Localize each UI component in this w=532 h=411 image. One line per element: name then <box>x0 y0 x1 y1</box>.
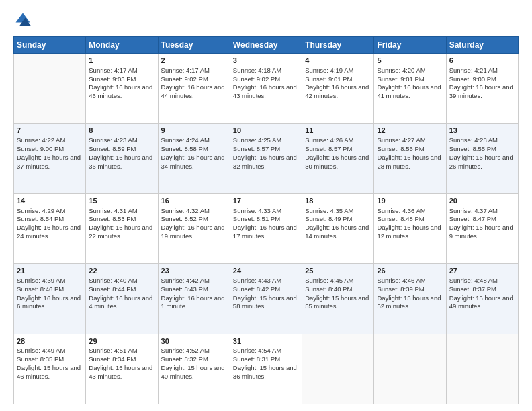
calendar-cell <box>14 54 86 124</box>
calendar-cell: 27Sunrise: 4:48 AMSunset: 8:37 PMDayligh… <box>446 264 518 334</box>
day-number: 31 <box>233 336 299 347</box>
daylight-text: Daylight: 16 hours and 43 minutes. <box>233 83 297 99</box>
sunset-text: Sunset: 8:55 PM <box>449 145 496 152</box>
calendar-cell: 22Sunrise: 4:40 AMSunset: 8:44 PMDayligh… <box>86 264 158 334</box>
calendar-cell: 23Sunrise: 4:42 AMSunset: 8:43 PMDayligh… <box>158 264 230 334</box>
daylight-text: Daylight: 16 hours and 1 minute. <box>161 294 225 310</box>
sunset-text: Sunset: 8:43 PM <box>161 285 208 293</box>
sunset-text: Sunset: 8:53 PM <box>89 215 136 222</box>
sunrise-text: Sunrise: 4:35 AM <box>305 207 353 214</box>
day-number: 13 <box>449 126 515 136</box>
day-number: 17 <box>233 196 299 206</box>
daylight-text: Daylight: 15 hours and 55 minutes. <box>305 294 369 310</box>
sunset-text: Sunset: 8:46 PM <box>17 285 64 293</box>
sunrise-text: Sunrise: 4:25 AM <box>233 136 281 144</box>
logo <box>13 11 35 30</box>
sunrise-text: Sunrise: 4:22 AM <box>17 136 65 144</box>
sunrise-text: Sunrise: 4:45 AM <box>305 277 353 284</box>
page: SundayMondayTuesdayWednesdayThursdayFrid… <box>0 0 532 411</box>
sunrise-text: Sunrise: 4:32 AM <box>161 207 210 214</box>
sunset-text: Sunset: 8:42 PM <box>233 285 280 293</box>
daylight-text: Daylight: 16 hours and 26 minutes. <box>449 154 513 170</box>
calendar-cell <box>374 334 446 404</box>
day-number: 28 <box>17 336 83 347</box>
day-of-week-header: Monday <box>86 37 158 54</box>
day-number: 29 <box>89 336 154 347</box>
day-number: 2 <box>161 56 227 66</box>
day-of-week-header: Tuesday <box>158 37 230 54</box>
calendar-table: SundayMondayTuesdayWednesdayThursdayFrid… <box>13 36 519 404</box>
day-number: 26 <box>377 266 443 276</box>
calendar-week-row: 7Sunrise: 4:22 AMSunset: 9:00 PMDaylight… <box>14 124 519 193</box>
calendar-cell: 2Sunrise: 4:17 AMSunset: 9:02 PMDaylight… <box>158 54 230 124</box>
calendar-cell: 18Sunrise: 4:35 AMSunset: 8:49 PMDayligh… <box>302 193 374 263</box>
sunset-text: Sunset: 8:40 PM <box>305 285 352 293</box>
day-number: 20 <box>449 196 515 206</box>
calendar-week-row: 28Sunrise: 4:49 AMSunset: 8:35 PMDayligh… <box>14 334 519 404</box>
day-number: 16 <box>161 196 227 206</box>
daylight-text: Daylight: 16 hours and 6 minutes. <box>17 294 81 310</box>
day-number: 22 <box>89 266 154 276</box>
sunset-text: Sunset: 8:44 PM <box>89 285 136 293</box>
calendar-cell: 8Sunrise: 4:23 AMSunset: 8:59 PMDaylight… <box>86 124 158 193</box>
daylight-text: Daylight: 16 hours and 17 minutes. <box>233 224 297 240</box>
daylight-text: Daylight: 15 hours and 49 minutes. <box>449 294 513 310</box>
calendar-cell: 30Sunrise: 4:52 AMSunset: 8:32 PMDayligh… <box>158 334 230 404</box>
sunrise-text: Sunrise: 4:17 AM <box>89 66 137 74</box>
sunrise-text: Sunrise: 4:19 AM <box>305 66 353 74</box>
calendar-cell: 25Sunrise: 4:45 AMSunset: 8:40 PMDayligh… <box>302 264 374 334</box>
daylight-text: Daylight: 16 hours and 36 minutes. <box>89 154 152 170</box>
sunrise-text: Sunrise: 4:40 AM <box>89 277 137 284</box>
daylight-text: Daylight: 16 hours and 37 minutes. <box>17 154 81 170</box>
day-number: 25 <box>305 266 371 276</box>
day-number: 11 <box>305 126 371 136</box>
day-of-week-header: Sunday <box>14 37 86 54</box>
calendar-cell: 4Sunrise: 4:19 AMSunset: 9:01 PMDaylight… <box>302 54 374 124</box>
sunset-text: Sunset: 8:56 PM <box>377 145 424 152</box>
calendar-cell: 10Sunrise: 4:25 AMSunset: 8:57 PMDayligh… <box>230 124 302 193</box>
sunrise-text: Sunrise: 4:43 AM <box>233 277 281 284</box>
sunrise-text: Sunrise: 4:21 AM <box>449 66 498 74</box>
daylight-text: Daylight: 16 hours and 12 minutes. <box>377 224 441 240</box>
calendar-cell: 6Sunrise: 4:21 AMSunset: 9:00 PMDaylight… <box>446 54 518 124</box>
sunset-text: Sunset: 8:58 PM <box>161 145 208 152</box>
calendar-cell: 24Sunrise: 4:43 AMSunset: 8:42 PMDayligh… <box>230 264 302 334</box>
sunset-text: Sunset: 9:00 PM <box>449 75 496 83</box>
daylight-text: Daylight: 16 hours and 19 minutes. <box>161 224 225 240</box>
sunset-text: Sunset: 8:48 PM <box>377 215 424 222</box>
daylight-text: Daylight: 16 hours and 32 minutes. <box>233 154 297 170</box>
day-number: 19 <box>377 196 443 206</box>
day-of-week-header: Thursday <box>302 37 374 54</box>
day-number: 18 <box>305 196 371 206</box>
sunset-text: Sunset: 8:54 PM <box>17 215 64 222</box>
calendar-cell: 9Sunrise: 4:24 AMSunset: 8:58 PMDaylight… <box>158 124 230 193</box>
calendar-cell: 1Sunrise: 4:17 AMSunset: 9:03 PMDaylight… <box>86 54 158 124</box>
day-of-week-header: Wednesday <box>230 37 302 54</box>
sunset-text: Sunset: 8:52 PM <box>161 215 208 222</box>
calendar-cell: 21Sunrise: 4:39 AMSunset: 8:46 PMDayligh… <box>14 264 86 334</box>
sunset-text: Sunset: 8:32 PM <box>161 355 208 363</box>
day-number: 4 <box>305 56 371 66</box>
daylight-text: Daylight: 16 hours and 30 minutes. <box>305 154 369 170</box>
day-number: 15 <box>89 196 154 206</box>
sunset-text: Sunset: 8:34 PM <box>89 355 136 363</box>
sunset-text: Sunset: 9:00 PM <box>17 145 64 152</box>
sunset-text: Sunset: 8:39 PM <box>377 285 424 293</box>
sunset-text: Sunset: 8:31 PM <box>233 355 280 363</box>
header <box>13 11 519 30</box>
daylight-text: Daylight: 16 hours and 24 minutes. <box>17 224 81 240</box>
daylight-text: Daylight: 16 hours and 34 minutes. <box>161 154 225 170</box>
sunrise-text: Sunrise: 4:29 AM <box>17 207 65 214</box>
daylight-text: Daylight: 16 hours and 9 minutes. <box>449 224 513 240</box>
sunrise-text: Sunrise: 4:49 AM <box>17 347 65 354</box>
sunrise-text: Sunrise: 4:20 AM <box>377 66 425 74</box>
sunset-text: Sunset: 8:57 PM <box>233 145 280 152</box>
calendar-header-row: SundayMondayTuesdayWednesdayThursdayFrid… <box>14 37 519 54</box>
sunrise-text: Sunrise: 4:26 AM <box>305 136 353 144</box>
daylight-text: Daylight: 16 hours and 46 minutes. <box>89 83 152 99</box>
day-number: 21 <box>17 266 83 276</box>
day-number: 14 <box>17 196 83 206</box>
day-number: 8 <box>89 126 154 136</box>
sunrise-text: Sunrise: 4:23 AM <box>89 136 137 144</box>
day-number: 7 <box>17 126 83 136</box>
